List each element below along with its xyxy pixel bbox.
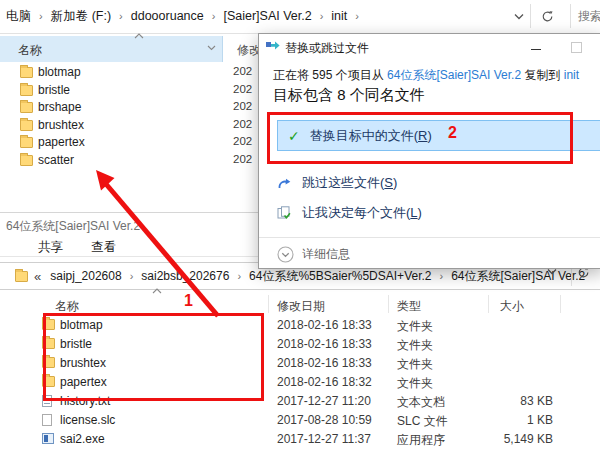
option-label-suffix: ) — [418, 205, 422, 220]
toolbar-divider — [530, 4, 531, 28]
file-icon — [42, 319, 55, 330]
screen: 电脑 › 新加卷 (F:) › ddoooruance › [Saier]SAI… — [0, 0, 600, 452]
option-label-suffix: ) — [393, 175, 397, 190]
breadcrumb-separator: › — [208, 10, 220, 22]
option-label: 替换目标中的文件( — [310, 128, 418, 143]
option-label: 跳过这些文件( — [302, 175, 384, 190]
file-icon — [42, 395, 52, 407]
folder-icon — [15, 271, 28, 282]
top-address-bar: 电脑 › 新加卷 (F:) › ddoooruance › [Saier]SAI… — [0, 0, 600, 34]
source-folder-link[interactable]: 64位系统[Saier]SAI Ver.2 — [387, 68, 521, 82]
folder-icon — [20, 155, 33, 166]
breadcrumb-item[interactable]: init — [327, 9, 351, 23]
address-dropdown-button[interactable] — [508, 0, 530, 32]
breadcrumb-item[interactable]: saipj_202608 — [46, 269, 125, 283]
refresh-button[interactable] — [534, 0, 560, 32]
column-divider — [268, 295, 269, 313]
breadcrumb-separator: › — [351, 10, 363, 22]
column-header-name[interactable]: 名称 — [0, 36, 223, 62]
column-header-modified[interactable]: 修改日期 — [277, 298, 325, 315]
breadcrumb-item[interactable]: 新加卷 (F:) — [47, 8, 115, 25]
destination-folder-link[interactable]: init — [564, 68, 579, 82]
search-box[interactable]: 搜索 — [571, 0, 600, 32]
breadcrumb-item[interactable]: 64位系统%5BSaier%5DSAI+Ver.2 — [245, 268, 435, 285]
breadcrumb-separator: › — [233, 270, 245, 282]
file-icon — [42, 376, 55, 387]
compare-files-icon — [277, 206, 292, 220]
ribbon-tab[interactable]: 共享 — [38, 239, 63, 256]
breadcrumb-separator: › — [115, 10, 127, 22]
chevron-down-circle-icon — [277, 246, 294, 263]
file-icon — [42, 338, 55, 349]
dialog-divider — [259, 237, 600, 238]
option-replace-highlight[interactable]: ✓ 替换目标中的文件(R) — [277, 120, 600, 151]
column-header-size[interactable]: 大小 — [500, 298, 524, 315]
breadcrumb: 电脑 › 新加卷 (F:) › ddoooruance › [Saier]SAI… — [2, 0, 363, 32]
folder-icon — [20, 85, 33, 96]
table-row[interactable]: history.txt 2017-12-27 11:20 文本文档 83 KB — [0, 392, 600, 411]
table-row[interactable]: papertex 2018-02-16 18:32 文件夹 — [0, 373, 600, 392]
search-label: 搜索 — [571, 8, 600, 25]
top-file-list: blotmap 202 bristle 202 brshape 202 brus… — [0, 64, 258, 170]
breadcrumb-item[interactable]: 电脑 — [2, 8, 35, 25]
table-row[interactable]: bristle 2018-02-16 18:33 文件夹 — [0, 335, 600, 354]
list-item[interactable]: scatter 202 — [0, 152, 258, 170]
refresh-icon — [541, 10, 554, 23]
folder-icon — [20, 120, 33, 131]
column-divider — [388, 295, 389, 313]
details-label: 详细信息 — [302, 246, 350, 263]
ribbon-tabs: 共享 查看 — [38, 239, 116, 256]
file-icon — [42, 357, 55, 368]
bottom-window-title: 64位系统[Saier]SAI Ver.2 — [6, 218, 140, 235]
skip-arrow-icon — [277, 176, 292, 190]
copy-line-middle: 复制到 — [521, 68, 564, 82]
file-icon — [42, 414, 52, 426]
copy-line-prefix: 正在将 595 个项目从 — [273, 68, 387, 82]
table-row[interactable]: license.slc 2017-08-28 10:59 SLC 文件 1 KB — [0, 411, 600, 430]
column-divider — [488, 295, 489, 313]
column-divider — [560, 295, 561, 313]
filter-chevron-icon[interactable] — [207, 45, 216, 51]
breadcrumb-separator: › — [35, 10, 47, 22]
bottom-column-header: 名称 修改日期 类型 大小 — [0, 292, 600, 316]
breadcrumb-item[interactable]: ddoooruance — [127, 9, 208, 23]
column-header-type[interactable]: 类型 — [397, 298, 421, 315]
option-decide-each-file[interactable]: 让我决定每个文件(L) — [277, 204, 422, 222]
option-access-key: L — [410, 205, 417, 220]
breadcrumb-separator: › — [126, 270, 138, 282]
list-item[interactable]: brushtex 202 — [0, 117, 258, 135]
table-row[interactable]: blotmap 2018-02-16 18:33 文件夹 — [0, 316, 600, 335]
list-item[interactable]: blotmap 202 — [0, 64, 258, 82]
replace-files-dialog: 替换或跳过文件 正在将 595 个项目从 64位系统[Saier]SAI Ver… — [258, 33, 600, 269]
breadcrumb-overflow[interactable]: « — [28, 269, 46, 284]
breadcrumb-item[interactable]: sai2bsb_202676 — [137, 269, 233, 283]
list-item[interactable]: brshape 202 — [0, 99, 258, 117]
breadcrumb-item[interactable]: 64位系统[Saier]SAI Ver.2 — [447, 268, 589, 285]
table-row[interactable]: brushtex 2018-02-16 18:33 文件夹 — [0, 354, 600, 373]
option-replace-files[interactable]: ✓ 替换目标中的文件(R) — [288, 127, 432, 145]
ribbon-tab[interactable]: 查看 — [91, 239, 116, 256]
sort-ascending-icon — [152, 288, 162, 294]
minimize-button[interactable] — [531, 49, 541, 50]
bottom-file-table: blotmap 2018-02-16 18:33 文件夹 bristle 201… — [0, 316, 600, 452]
address-dropdown-button[interactable] — [547, 268, 557, 275]
chevron-down-icon — [514, 13, 524, 20]
option-skip-files[interactable]: 跳过这些文件(S) — [277, 174, 397, 192]
column-header-label: 名称 — [18, 42, 42, 59]
dialog-title-bar[interactable]: 替换或跳过文件 — [259, 34, 600, 60]
folder-icon — [20, 67, 33, 78]
dialog-title: 替换或跳过文件 — [285, 40, 369, 57]
list-item[interactable]: papertex 202 — [0, 134, 258, 152]
folder-icon — [20, 137, 33, 148]
conflict-message: 目标包含 8 个同名文件 — [273, 86, 425, 105]
toolbar-divider — [571, 266, 572, 286]
close-button[interactable] — [571, 42, 582, 53]
table-row[interactable]: sai2.exe 2017-12-27 11:37 应用程序 5,149 KB — [0, 430, 600, 449]
column-header-name[interactable]: 名称 — [55, 298, 79, 315]
option-access-key: S — [384, 175, 393, 190]
breadcrumb-separator: › — [436, 270, 448, 282]
list-item[interactable]: bristle 202 — [0, 82, 258, 100]
copy-progress-line: 正在将 595 个项目从 64位系统[Saier]SAI Ver.2 复制到 i… — [273, 67, 579, 84]
breadcrumb-item[interactable]: [Saier]SAI Ver.2 — [219, 9, 315, 23]
details-toggle[interactable]: 详细信息 — [277, 246, 350, 263]
